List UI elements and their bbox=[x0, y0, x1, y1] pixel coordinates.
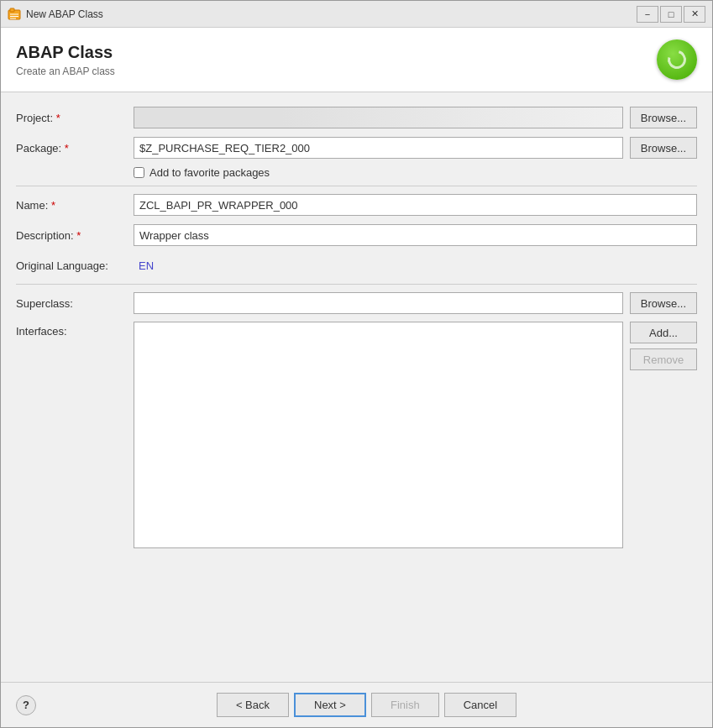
add-favorite-checkbox[interactable] bbox=[134, 167, 144, 178]
title-bar: New ABAP Class − □ ✕ bbox=[1, 1, 712, 28]
abap-logo bbox=[657, 39, 697, 80]
superclass-browse-button[interactable]: Browse... bbox=[630, 292, 697, 314]
interfaces-buttons: Add... Remove bbox=[630, 322, 697, 370]
original-language-row: Original Language: EN bbox=[16, 254, 697, 277]
favorite-packages-row: Add to favorite packages bbox=[16, 166, 697, 179]
header-title: ABAP Class bbox=[16, 43, 115, 62]
footer-left: ? bbox=[16, 695, 36, 715]
window-icon bbox=[8, 8, 21, 21]
description-input[interactable] bbox=[134, 224, 697, 246]
interfaces-remove-button[interactable]: Remove bbox=[630, 348, 697, 370]
window-title: New ABAP Class bbox=[26, 8, 632, 20]
description-label: Description: * bbox=[16, 229, 134, 242]
header-text: ABAP Class Create an ABAP class bbox=[16, 43, 115, 77]
help-button[interactable]: ? bbox=[16, 695, 36, 715]
back-button[interactable]: < Back bbox=[217, 693, 289, 717]
footer-buttons: < Back Next > Finish Cancel bbox=[36, 693, 697, 717]
header-subtitle: Create an ABAP class bbox=[16, 65, 115, 77]
header: ABAP Class Create an ABAP class bbox=[1, 28, 712, 92]
next-button[interactable]: Next > bbox=[294, 693, 366, 717]
close-button[interactable]: ✕ bbox=[684, 6, 705, 23]
superclass-label: Superclass: bbox=[16, 297, 134, 310]
minimize-button[interactable]: − bbox=[637, 6, 658, 23]
name-row: Name: * bbox=[16, 193, 697, 217]
package-label: Package: * bbox=[16, 142, 134, 155]
content-area: Project: * Browse... Package: * Browse..… bbox=[1, 92, 712, 682]
project-input[interactable] bbox=[134, 107, 623, 128]
name-label: Name: * bbox=[16, 199, 134, 212]
project-label: Project: * bbox=[16, 112, 134, 124]
interfaces-add-button[interactable]: Add... bbox=[630, 322, 697, 343]
interfaces-area: Interfaces: Add... Remove bbox=[16, 322, 697, 548]
superclass-input[interactable] bbox=[134, 292, 623, 314]
original-language-value: EN bbox=[134, 259, 154, 272]
package-browse-button[interactable]: Browse... bbox=[630, 137, 697, 159]
original-language-label: Original Language: bbox=[16, 259, 134, 272]
footer: ? < Back Next > Finish Cancel bbox=[1, 682, 712, 727]
logo-inner-circle bbox=[664, 47, 689, 72]
add-favorite-label[interactable]: Add to favorite packages bbox=[149, 166, 270, 179]
window-controls: − □ ✕ bbox=[637, 6, 705, 23]
description-row: Description: * bbox=[16, 223, 697, 247]
interfaces-textarea[interactable] bbox=[134, 322, 623, 548]
name-input[interactable] bbox=[134, 194, 697, 216]
separator-2 bbox=[16, 284, 697, 285]
interfaces-label: Interfaces: bbox=[16, 322, 134, 338]
cancel-button[interactable]: Cancel bbox=[444, 693, 516, 717]
separator-1 bbox=[16, 186, 697, 186]
svg-rect-1 bbox=[10, 8, 14, 12]
project-browse-button[interactable]: Browse... bbox=[630, 107, 697, 128]
maximize-button[interactable]: □ bbox=[660, 6, 682, 23]
main-window: New ABAP Class − □ ✕ ABAP Class Create a… bbox=[0, 0, 713, 728]
package-row: Package: * Browse... bbox=[16, 136, 697, 160]
project-row: Project: * Browse... bbox=[16, 106, 697, 129]
finish-button[interactable]: Finish bbox=[371, 693, 439, 717]
package-input[interactable] bbox=[134, 137, 623, 159]
superclass-row: Superclass: Browse... bbox=[16, 291, 697, 315]
